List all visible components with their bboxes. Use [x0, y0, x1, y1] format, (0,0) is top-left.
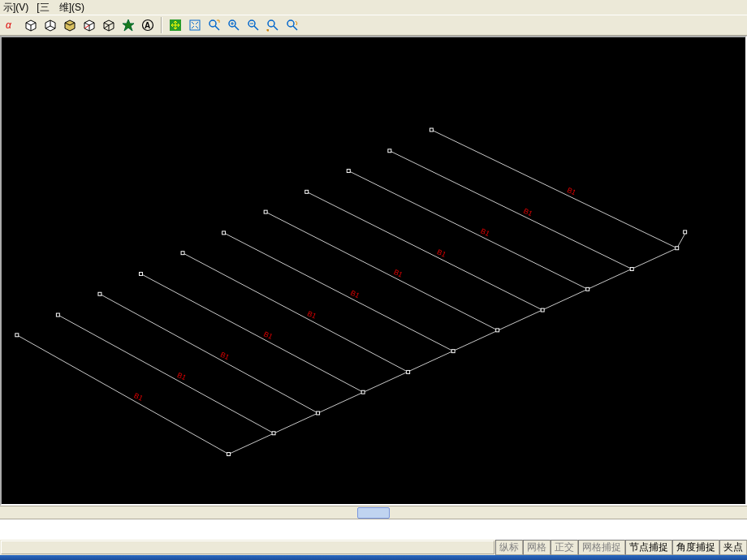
- svg-rect-38: [264, 210, 267, 213]
- menu-bar: 示](V) [三 维](S): [0, 0, 747, 15]
- zoom-window-icon[interactable]: [206, 17, 222, 33]
- fit-icon[interactable]: [187, 17, 203, 33]
- svg-rect-27: [361, 390, 365, 394]
- svg-rect-12: [684, 230, 687, 234]
- drawing-viewport[interactable]: B1B1B1B1B1B1B1B1B1B1B1: [2, 37, 745, 504]
- svg-rect-23: [317, 411, 320, 415]
- star-icon[interactable]: [120, 17, 136, 33]
- svg-line-13: [17, 335, 229, 454]
- svg-line-33: [224, 233, 454, 351]
- svg-rect-34: [222, 231, 226, 235]
- svg-rect-46: [347, 170, 350, 173]
- a-circle-icon[interactable]: A: [140, 17, 156, 33]
- status-bar: 纵标 网格 正交 网格捕捉 节点捕捉 角度捕捉 夹点: [0, 539, 747, 555]
- taskbar-strip: [0, 555, 747, 560]
- svg-rect-42: [305, 190, 309, 193]
- toolbar: α A: [0, 15, 747, 36]
- svg-rect-18: [56, 313, 59, 317]
- viewport-frame: B1B1B1B1B1B1B1B1B1B1B1: [0, 36, 747, 506]
- box-wire-icon[interactable]: [101, 17, 117, 33]
- box-top-icon[interactable]: [62, 17, 78, 33]
- svg-point-8: [268, 20, 274, 27]
- zoom-prev-icon[interactable]: [265, 17, 281, 33]
- svg-rect-55: [676, 247, 679, 250]
- box-iso-icon[interactable]: [81, 17, 97, 33]
- svg-rect-43: [541, 308, 544, 312]
- svg-rect-15: [227, 453, 231, 456]
- status-cell-5[interactable]: 角度捕捉: [672, 540, 719, 555]
- box-front-icon[interactable]: [23, 17, 39, 33]
- pan-icon[interactable]: [167, 17, 184, 33]
- toolbar-separator: [161, 17, 162, 33]
- svg-rect-51: [630, 268, 633, 271]
- svg-line-25: [140, 274, 363, 392]
- svg-rect-4: [190, 20, 200, 30]
- horizontal-scrollbar[interactable]: [0, 506, 747, 519]
- status-cell-0[interactable]: 纵标: [495, 540, 523, 555]
- svg-rect-26: [140, 272, 143, 275]
- svg-point-5: [209, 20, 216, 27]
- svg-rect-47: [586, 287, 589, 291]
- svg-rect-54: [430, 128, 433, 131]
- menu-item-3d[interactable]: [三 维](S): [37, 1, 84, 15]
- svg-rect-30: [181, 252, 184, 255]
- box-side-icon[interactable]: [42, 17, 58, 33]
- svg-line-29: [183, 253, 408, 373]
- menu-item-view[interactable]: 示](V): [3, 1, 28, 15]
- svg-line-17: [58, 315, 274, 433]
- svg-text:A: A: [145, 21, 150, 30]
- svg-rect-35: [451, 350, 455, 353]
- zoom-out-icon[interactable]: [245, 17, 261, 33]
- svg-text:α: α: [6, 19, 12, 31]
- scrollbar-thumb[interactable]: [357, 507, 390, 519]
- zoom-in-icon[interactable]: [226, 17, 242, 33]
- status-cell-6[interactable]: 夹点: [719, 540, 747, 555]
- svg-line-21: [100, 294, 318, 413]
- status-cell-3[interactable]: 网格捕捉: [578, 540, 625, 555]
- svg-rect-14: [15, 334, 19, 337]
- svg-rect-22: [98, 292, 101, 295]
- svg-point-9: [287, 20, 294, 27]
- svg-rect-50: [388, 149, 391, 153]
- status-cell-1[interactable]: 网格: [523, 540, 551, 555]
- zoom-dyn-icon[interactable]: [284, 17, 300, 33]
- command-area[interactable]: [0, 519, 747, 539]
- svg-rect-19: [272, 432, 275, 435]
- svg-text:B1: B1: [132, 391, 144, 403]
- alpha-icon[interactable]: α: [3, 17, 19, 33]
- drawing-canvas[interactable]: B1B1B1B1B1B1B1B1B1B1B1: [2, 37, 745, 504]
- svg-rect-39: [496, 329, 499, 332]
- status-message: [1, 541, 494, 554]
- svg-line-11: [677, 234, 685, 248]
- status-cell-2[interactable]: 正交: [551, 540, 578, 555]
- status-cell-4[interactable]: 节点捕捉: [625, 540, 672, 555]
- svg-rect-31: [407, 370, 410, 373]
